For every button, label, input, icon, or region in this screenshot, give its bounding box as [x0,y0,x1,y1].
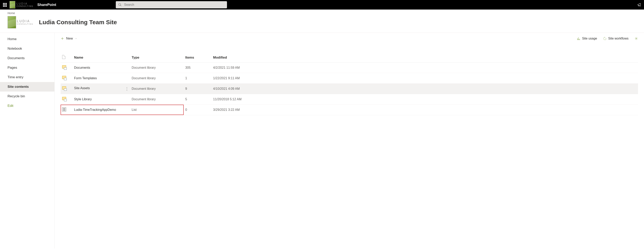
file-icon [62,55,65,59]
tenant-logo[interactable]: LUDIACONSULTING [10,1,33,9]
col-modified[interactable]: Modified [212,52,638,62]
nav-site-contents[interactable]: Site contents [0,82,54,92]
suite-bar: LUDIACONSULTING SharePoint [0,0,644,10]
tenant-name-bottom: CONSULTING [16,5,33,7]
table-row[interactable]: Documents Document library 305 4/2/2021 … [60,62,638,73]
list-icon [62,108,66,112]
chevron-down-icon [75,37,77,40]
workflow-icon [603,37,607,40]
col-type[interactable]: Type [130,52,184,62]
search-input[interactable] [124,3,224,6]
doclib-icon [62,65,66,69]
col-items[interactable]: Items [184,52,212,62]
nav-recycle-bin[interactable]: Recycle bin [0,92,54,101]
site-title: Ludia Consulting Team Site [39,19,117,26]
site-workflows-button[interactable]: Site workflows [603,37,628,40]
settings-icon[interactable] [634,37,638,40]
nav-documents[interactable]: Documents [0,54,54,63]
new-button[interactable]: New [60,36,77,40]
chart-icon [577,37,580,40]
site-usage-button[interactable]: Site usage [577,37,597,40]
table-row[interactable]: Style Library Document library 5 11/20/2… [60,94,638,105]
app-name[interactable]: SharePoint [37,3,56,7]
nav-notebook[interactable]: Notebook [0,44,54,54]
doclib-icon [62,86,66,90]
command-bar: New Site usage Site workflows [54,33,644,44]
left-nav: Home Notebook Documents Pages Time entry… [0,33,54,248]
site-logo[interactable]: LUDIACONSULTING [8,16,33,29]
search-icon [118,3,122,6]
nav-time-entry[interactable]: Time entry [0,72,54,82]
row-menu-icon[interactable]: ⋮ [125,86,128,91]
megaphone-icon[interactable] [637,2,642,7]
doclib-icon [62,97,66,101]
app-launcher-icon[interactable] [2,2,8,8]
nav-pages[interactable]: Pages [0,63,54,72]
new-label: New [66,36,73,40]
svg-point-4 [636,38,637,39]
table-row-highlighted[interactable]: Ludia-TimeTrackingAppDemo List 0 3/29/20… [60,105,638,115]
nav-edit[interactable]: Edit [0,101,54,110]
svg-point-0 [118,4,121,6]
contents-table: Name Type Items Modified Documents Docum… [60,52,638,115]
svg-line-1 [120,5,121,6]
table-row[interactable]: Form Templates Document library 1 1/22/2… [60,73,638,84]
site-header: Home LUDIACONSULTING Ludia Consulting Te… [0,10,644,33]
breadcrumb-home[interactable]: Home [8,12,15,15]
search-box[interactable] [116,1,227,8]
nav-home[interactable]: Home [0,34,54,44]
plus-icon [60,37,64,40]
col-name[interactable]: Name [72,52,130,62]
table-row[interactable]: Site Assets⋮ Document library 9 4/10/202… [60,84,638,94]
doclib-icon [62,76,66,80]
tenant-name-top: LUDIA [16,2,33,5]
